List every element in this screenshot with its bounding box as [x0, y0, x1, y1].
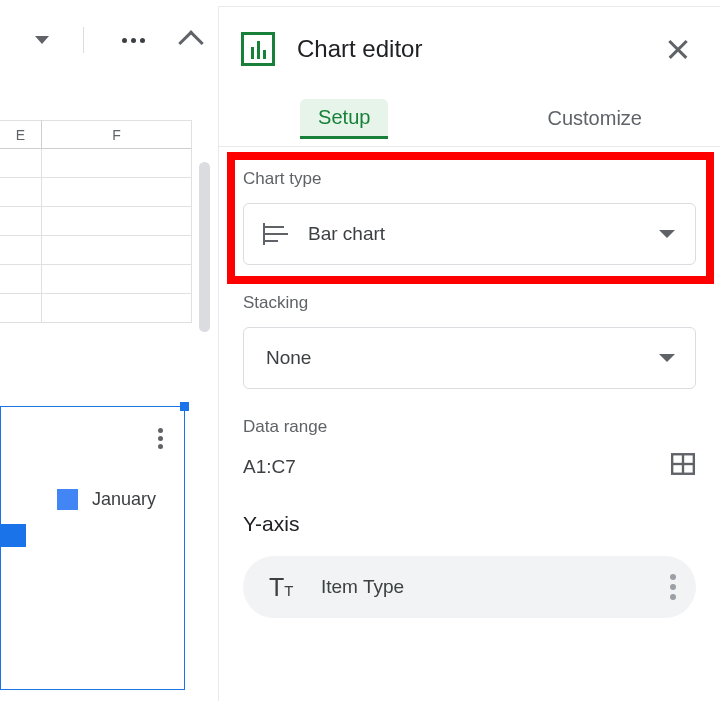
spreadsheet-pane: E F January — [0, 0, 218, 701]
tab-label: Customize — [530, 100, 660, 137]
chart-legend-item: January — [57, 489, 156, 510]
caret-down-icon — [659, 354, 675, 362]
chip-more-icon[interactable] — [670, 574, 676, 600]
close-icon[interactable] — [666, 37, 690, 61]
more-options-icon[interactable] — [118, 28, 148, 52]
collapse-icon[interactable] — [178, 30, 203, 55]
chart-logo-icon — [241, 32, 275, 66]
editor-header: Chart editor — [219, 7, 720, 91]
setup-panel: Chart type Bar chart Stacking — [219, 147, 720, 618]
caret-down-icon — [659, 230, 675, 238]
tab-customize[interactable]: Customize — [470, 91, 721, 146]
chart-type-label: Chart type — [243, 169, 696, 189]
embedded-chart[interactable]: January — [0, 406, 185, 690]
formula-dropdown-icon[interactable] — [35, 36, 49, 44]
data-range-label: Data range — [243, 417, 696, 437]
chart-bar — [1, 524, 26, 547]
text-format-icon: TT — [269, 573, 299, 602]
column-header[interactable]: E — [0, 120, 42, 149]
stacking-select[interactable]: None — [243, 327, 696, 389]
chart-editor-panel: Chart editor Setup Customize Chart type — [218, 6, 720, 701]
legend-color-box — [57, 489, 78, 510]
divider — [83, 27, 84, 53]
editor-title: Chart editor — [297, 35, 666, 63]
select-value: Bar chart — [308, 223, 659, 245]
resize-handle[interactable] — [180, 402, 189, 411]
chart-more-icon[interactable] — [148, 423, 172, 453]
tab-setup[interactable]: Setup — [219, 91, 470, 146]
select-value: None — [266, 347, 659, 369]
formula-bar — [0, 0, 218, 80]
editor-tabs: Setup Customize — [219, 91, 720, 147]
tab-label: Setup — [300, 99, 388, 139]
y-axis-item-chip[interactable]: TT Item Type — [243, 556, 696, 618]
chart-type-select[interactable]: Bar chart — [243, 203, 696, 265]
data-range-value: A1:C7 — [243, 456, 670, 478]
chip-label: Item Type — [321, 576, 670, 598]
column-header[interactable]: F — [42, 120, 192, 149]
vertical-scrollbar[interactable] — [199, 162, 210, 332]
stacking-label: Stacking — [243, 293, 696, 313]
legend-label: January — [92, 489, 156, 510]
bar-chart-icon — [262, 222, 290, 246]
y-axis-section: Y-axis — [243, 512, 696, 536]
sheet-grid: E F — [0, 120, 197, 323]
select-range-icon[interactable] — [670, 451, 696, 482]
